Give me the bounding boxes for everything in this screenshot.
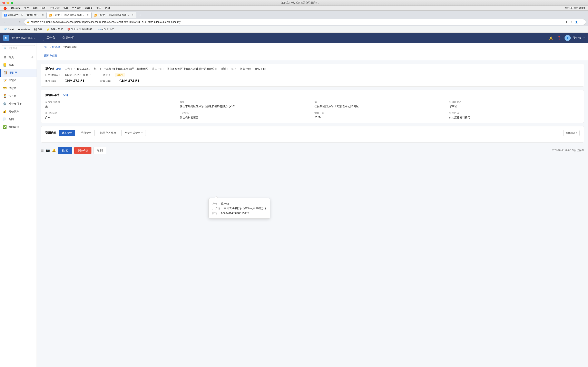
menu-bookmarks[interactable]: 书签 <box>62 6 70 10</box>
gmail-icon: 📧 <box>4 28 7 31</box>
bookmark-translate[interactable]: 翻 翻译 <box>33 27 44 32</box>
oa-icon: oa <box>98 28 101 31</box>
account-name-value: 梁永煊 <box>221 202 229 205</box>
bookmark-gmail[interactable]: 📧 Gmail <box>2 27 16 31</box>
menu-window[interactable]: 窗口 <box>95 6 103 10</box>
currency-value: CNY <box>231 68 236 71</box>
content-area: 工作台 › 报销单 › 报销单详情 报销单信息 梁永煊 详情 | 工号： 138… <box>37 43 588 367</box>
apple-menu[interactable]: 🍎 <box>2 6 8 10</box>
app-container: 恒 恒融数字建设装饰工程（佛山... 工作台 数据分析 🔔 ❓ 👤 梁永煊 ▾ … <box>0 33 588 367</box>
mode-selector[interactable]: 普通模式 ▾ <box>563 130 580 136</box>
bookmark-alibaba[interactable]: 📮 登录入口_阿里邮箱... <box>65 27 95 31</box>
bookmark-icon[interactable]: ☆ <box>570 20 573 24</box>
menu-profile[interactable]: 个人资料 <box>70 6 83 10</box>
back-button[interactable]: ← <box>2 19 8 25</box>
menu-tabs[interactable]: 标签页 <box>84 6 94 10</box>
section-edit-button[interactable]: 编辑 <box>63 93 68 97</box>
account-name-label: 户名： <box>212 202 220 205</box>
tab-catala[interactable]: C Catala企业门户（佳涂乐恒融建... ✕ <box>2 12 47 18</box>
company-field-value: 佛山市顺德区佳涂乐恒融建筑装饰有限公司-101 <box>180 105 311 108</box>
menu-file[interactable]: 文件 <box>22 6 31 10</box>
sidebar-item-contract[interactable]: 📄 合同 <box>0 115 36 123</box>
address-bar: ← → ↻ 🔒 console-a2.huilianyi.com/main/ex… <box>0 18 588 26</box>
user-name[interactable]: 梁永煊 <box>573 36 581 40</box>
bookmark-youtube[interactable]: ▶ YouTube <box>16 27 32 31</box>
tab-close-hly2[interactable]: ✕ <box>131 14 134 17</box>
audit-icon: ✅ <box>3 125 7 129</box>
sidebar-item-home[interactable]: ⊞ 首页 ⚙ <box>0 53 36 61</box>
sidebar-item-loan[interactable]: 💳 借款单 <box>0 84 36 92</box>
minimize-button[interactable] <box>7 2 9 4</box>
save-status: 2022-10-08 20:00 单据已保存 <box>552 149 584 152</box>
account-expense-button[interactable]: 账本费用 <box>59 130 75 136</box>
close-button[interactable] <box>2 2 5 4</box>
back-button[interactable]: 返 回 <box>94 147 107 154</box>
repay-value: CNY 0.00 <box>255 68 266 71</box>
sidebar-nav: ⊞ 首页 ⚙ 📒 账本 📋 报销单 📝 申请单 💳 <box>0 53 36 367</box>
invoice-expense-button[interactable]: 发票生成费用 ▾ <box>121 130 146 136</box>
submit-button[interactable]: 提 交 <box>58 147 72 154</box>
reload-button[interactable]: ↻ <box>17 19 22 25</box>
menu-chrome[interactable]: Chrome <box>9 6 22 10</box>
tab-close-hly1[interactable]: ✕ <box>86 14 89 17</box>
new-tab-button[interactable]: + <box>137 12 143 18</box>
mac-menubar: 🍎 Chrome 文件 编辑 视图 历史记录 书签 个人资料 标签页 窗口 帮助… <box>0 6 588 11</box>
status-label: 状态： <box>103 73 111 77</box>
menu-help[interactable]: 帮助 <box>103 6 112 10</box>
batch-expense-button[interactable]: 批量导入费用 <box>97 130 119 136</box>
account-no-label: 账号： <box>212 212 220 215</box>
manual-expense-button[interactable]: 手录费用 <box>78 130 95 136</box>
brand-logo: 恒 恒融数字建设装饰工程（佛山... <box>3 35 35 41</box>
sidebar-item-expense[interactable]: 📋 报销单 <box>0 69 36 77</box>
menu-history[interactable]: 历史记录 <box>48 6 61 10</box>
bookmarks-bar: 📧 Gmail ▶ YouTube 翻 翻译 ⭐ 金蝶云星空 📮 登录入口_阿里… <box>0 26 588 33</box>
bookmark-oa[interactable]: oa oa登录系统 <box>96 27 116 31</box>
maximize-button[interactable] <box>11 2 13 4</box>
notification-icon[interactable]: 🔔 <box>548 35 554 41</box>
breadcrumb-home[interactable]: 工作台 <box>41 45 49 49</box>
sidebar-item-public-collect[interactable]: 💰 对公收款 <box>0 108 36 115</box>
jitule-area-label: 佳涂乐区域 <box>45 111 176 115</box>
nav-analytics[interactable]: 数据分析 <box>59 35 77 41</box>
delete-button[interactable]: 删除单据 <box>74 147 91 154</box>
report-date-label: 报告日期 <box>314 111 445 115</box>
tooltip-account-name: 户名： 梁永煊 <box>212 201 266 206</box>
menubar-time: 10月8日 周六 20:00 <box>563 6 586 10</box>
tab-hly2[interactable]: 汇 汇联易 | 一站式商旅及费用报销S... ✕ <box>91 12 136 18</box>
help-icon[interactable]: ❓ <box>556 35 562 41</box>
report-content-label: 报销内容 <box>449 111 580 115</box>
expense-info-card: 梁永煊 详情 | 工号： 13824544755 | 部门： 佳昌集团|佳涂乐|… <box>41 64 584 87</box>
status-badge: 编辑中 <box>115 73 125 77</box>
jitule-region-label: 佳涂乐大区 <box>449 100 580 104</box>
sidebar-item-account[interactable]: 📒 账本 <box>0 61 36 69</box>
breadcrumb-current: 报销单详情 <box>63 45 77 49</box>
bank-label: 开户行： <box>212 207 223 210</box>
tab-close-catala[interactable]: ✕ <box>42 14 44 17</box>
bookmark-youtube-label: YouTube <box>21 28 30 31</box>
menu-view[interactable]: 视图 <box>40 6 48 10</box>
user-dropdown-icon[interactable]: ▾ <box>584 37 585 39</box>
menu-dots-icon[interactable]: ⋮ <box>579 20 583 24</box>
tab-expense-info[interactable]: 报销单信息 <box>41 51 61 60</box>
bookmark-oa-label: oa登录系统 <box>102 28 114 31</box>
nav-workbench[interactable]: 工作台 <box>43 35 58 41</box>
url-bar[interactable]: 🔒 console-a2.huilianyi.com/main/expense-… <box>24 19 586 25</box>
tab-hly1[interactable]: 汇 汇联易 | 一站式商旅及费用报销S... ✕ <box>47 12 91 18</box>
sidebar-item-pending[interactable]: ⏳ 待还款 <box>0 92 36 100</box>
menu-edit[interactable]: 编辑 <box>31 6 39 10</box>
download-icon[interactable]: ⬇ <box>564 20 569 24</box>
pay-amount-value: CNY 474.51 <box>120 79 139 83</box>
sidebar-item-apply[interactable]: 📝 申请单 <box>0 77 36 84</box>
info-docno-row: 日常报销单： RCBXD20221008027 状态： 编辑中 <box>45 73 580 77</box>
forward-button[interactable]: → <box>9 19 15 25</box>
sidebar-item-public-pay[interactable]: 🏦 对公支付单 <box>0 100 36 108</box>
sidebar-search[interactable]: 🔍 搜索菜单 <box>2 45 35 51</box>
sidebar-item-my-audit[interactable]: ✅ 我的审批 <box>0 123 36 131</box>
field-company: 公司 佛山市顺德区佳涂乐恒融建筑装饰有限公司-101 <box>180 100 311 108</box>
breadcrumb-expense[interactable]: 报销单 <box>52 45 60 49</box>
bookmark-gmail-label: Gmail <box>8 28 14 31</box>
detail-link[interactable]: 详情 <box>56 67 61 71</box>
bookmark-kingdee[interactable]: ⭐ 金蝶云星空 <box>45 27 65 31</box>
settings-icon[interactable]: ⚙ <box>31 56 34 59</box>
profile-icon[interactable]: 👤 <box>574 20 579 24</box>
